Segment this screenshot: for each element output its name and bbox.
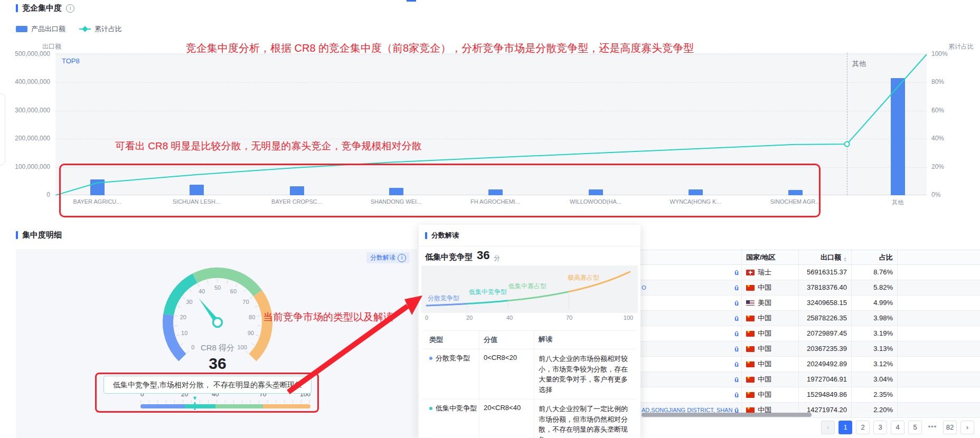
right-tick: 80%	[931, 78, 944, 85]
country-cell: 中国	[742, 280, 799, 295]
page-button-2[interactable]: 2	[856, 421, 870, 434]
export-cell: 25878226.35	[799, 311, 852, 326]
legend-item-cumulative[interactable]: 累计占比	[79, 24, 122, 34]
company-cell: ū	[634, 265, 742, 280]
legend-label: 累计占比	[95, 24, 122, 34]
country-cell: 中国	[742, 311, 799, 326]
right-axis-title: 累计占比	[948, 42, 974, 51]
country-cell: 中国	[742, 341, 799, 356]
export-header-cell[interactable]: 出口额▲▼	[799, 250, 852, 264]
curve-x-tick: 20	[466, 315, 473, 321]
share-header-cell[interactable]: 占比	[852, 250, 898, 264]
trust-link-icon[interactable]: ū	[732, 299, 741, 307]
gauge-tick	[255, 306, 258, 307]
country-label: 中国	[758, 359, 771, 369]
horizontal-scrollbar[interactable]	[642, 413, 812, 417]
country-header-cell[interactable]: 国家/地区	[742, 250, 799, 264]
page-button-3[interactable]: 3	[873, 421, 887, 434]
detail-section-header: 集中度明细	[16, 230, 62, 240]
interpretation-table: 类型分值解读分散竞争型0<CR8<20前八大企业的市场份额相对较小，市场竞争较为…	[423, 330, 636, 438]
trust-link-icon[interactable]: ū	[732, 330, 741, 338]
curve-x-tick: 100	[624, 315, 633, 321]
next-page-button[interactable]: ›	[960, 421, 974, 434]
country-label: 瑞士	[758, 268, 771, 277]
gauge-tick	[257, 316, 260, 316]
country-label: 中国	[758, 390, 771, 399]
trust-link-icon[interactable]: ū	[732, 284, 741, 292]
table-row[interactable]: ū中国20249492.893.12%	[634, 357, 980, 372]
extra-header-cell	[898, 250, 980, 264]
line-series-icon	[79, 26, 91, 32]
country-cell: 中国	[742, 372, 799, 387]
left-tick: 500,000,000	[0, 50, 50, 58]
table-row[interactable]: ū瑞士56916315.378.76%	[634, 265, 980, 280]
interp-header-cell: 分值	[479, 331, 534, 349]
interp-range-cell: 0<CR8<20	[479, 349, 534, 399]
country-label: 中国	[758, 344, 771, 354]
table-row[interactable]: ū中国19727046.913.04%	[634, 372, 980, 387]
detail-title: 集中度明细	[22, 230, 62, 240]
extra-cell	[898, 280, 980, 295]
left-tick: 0	[0, 191, 50, 198]
interp-type-cell: 低集中竞争型	[423, 399, 479, 438]
share-cell: 8.76%	[852, 265, 898, 280]
extra-cell	[898, 311, 980, 326]
interp-range-cell: 20<CR8<40	[479, 399, 534, 438]
score-explain-link[interactable]: 分数解读 i	[366, 252, 410, 263]
share-cell: 3.13%	[852, 341, 898, 356]
trust-link-icon[interactable]: ū	[732, 315, 741, 322]
company-link-text[interactable]: O	[634, 284, 732, 291]
flag-icon-cn	[746, 407, 755, 413]
gauge-tick	[177, 306, 181, 307]
export-cell: 19727046.91	[799, 372, 852, 387]
right-tick: 20%	[931, 163, 944, 170]
concentration-section-header: 竞企集中度 i	[16, 3, 74, 13]
gauge-tick-label: 20	[180, 314, 186, 320]
company-cell: ū	[634, 372, 742, 387]
flag-icon-cn	[746, 361, 755, 367]
gauge-tick	[227, 280, 228, 283]
trust-link-icon[interactable]: ū	[732, 269, 741, 277]
page-title: 竞企集中度	[22, 3, 62, 13]
table-row[interactable]: ū中国20729897.453.19%	[634, 326, 980, 341]
sort-icon[interactable]: ▲▼	[843, 256, 847, 262]
interp-desc-cell: 前八大企业的市场份额相对较小，市场竞争较为分散，存在大量的竞争对手，客户有更多选…	[534, 349, 636, 399]
trust-link-icon[interactable]: ū	[732, 345, 741, 353]
trust-link-icon[interactable]: ū	[732, 360, 741, 368]
zone-label: 分散竞争型	[428, 294, 459, 303]
flag-icon-cn	[746, 285, 755, 291]
section-accent-bar	[425, 232, 427, 239]
section-accent-bar	[16, 4, 18, 12]
gauge-tick	[252, 344, 255, 345]
company-cell: Oū	[634, 280, 742, 295]
trust-link-icon[interactable]: ū	[732, 391, 741, 399]
trust-link-icon[interactable]: ū	[732, 376, 741, 384]
flag-icon-cn	[746, 346, 755, 352]
share-cell: 3.19%	[852, 326, 898, 341]
zone-label: 低集中寡占型	[508, 282, 546, 291]
flag-icon-us	[746, 300, 755, 306]
prev-page-button[interactable]: ‹	[821, 421, 835, 434]
legend-item-export[interactable]: 产品出口额	[16, 24, 65, 34]
page-button-1[interactable]: 1	[838, 421, 852, 434]
table-row[interactable]: ū中国25878226.353.98%	[634, 311, 980, 326]
gauge-tick	[183, 297, 185, 299]
table-row[interactable]: Oū中国37818376.405.82%	[634, 280, 980, 296]
gauge-tick	[246, 351, 248, 353]
right-tick: 0%	[931, 191, 940, 198]
country-cell: 中国	[742, 357, 799, 372]
page-button-82[interactable]: 82	[943, 421, 957, 434]
page-button-4[interactable]: 4	[891, 421, 904, 434]
country-cell: 中国	[742, 387, 799, 402]
type-label: 分散竞争型	[436, 354, 470, 363]
section-accent-bar	[16, 231, 18, 239]
table-row[interactable]: ū美国32409658.154.99%	[634, 296, 980, 311]
export-cell: 20729897.45	[799, 326, 852, 341]
bar-series-icon	[16, 26, 27, 32]
table-row[interactable]: ū中国20367235.393.13%	[634, 341, 980, 357]
page-button-5[interactable]: 5	[908, 421, 922, 434]
info-icon[interactable]: i	[66, 4, 74, 13]
gauge-tick-label: 10	[181, 330, 187, 336]
gauge-tick	[187, 351, 189, 353]
table-row[interactable]: ū中国15294849.862.35%	[634, 387, 980, 403]
